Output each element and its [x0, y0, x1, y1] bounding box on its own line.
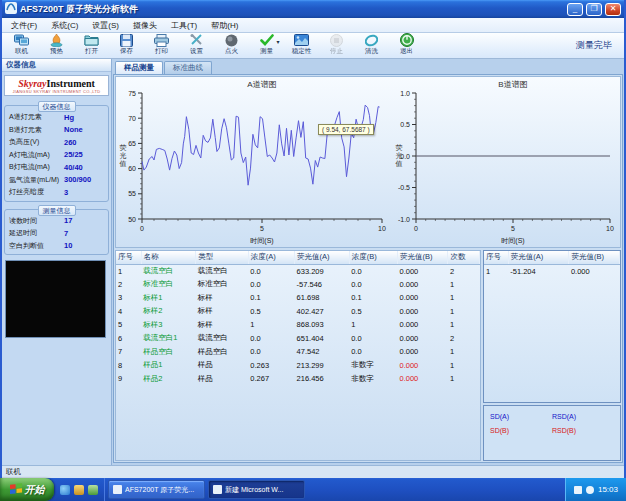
start-label: 开始 [25, 483, 45, 497]
show-desktop-icon[interactable] [74, 485, 84, 495]
table-cell: 样品 [196, 372, 249, 386]
table-row[interactable]: 6载流空白1载流空白0.0651.4040.00.0002 [116, 332, 480, 346]
table-cell: 0.267 [248, 372, 294, 386]
column-header[interactable]: 荧光值(A) [508, 251, 569, 264]
preheat-button[interactable]: 预热 [39, 33, 74, 58]
table-cell: 216.456 [295, 372, 350, 386]
connect-label: 联机 [15, 47, 28, 56]
taskbar-task-1[interactable]: 新建 Microsoft W... [208, 480, 305, 499]
table-cell: 样品 [196, 359, 249, 373]
info-label: B灯电流(mA) [7, 162, 64, 172]
taskbar: 开始 AFS7200T 原子荧光...新建 Microsoft W... 15:… [0, 478, 626, 501]
menu-bar: 文件(F)系统(C)设置(S)摄像头工具(T)帮助(H) [2, 18, 624, 33]
tray-volume-icon[interactable] [586, 486, 594, 494]
table-cell: 标样3 [141, 318, 196, 332]
channel-b-chart[interactable]: B道谱图-1.0-0.50.00.51.00510时间(S)荧光值 [392, 77, 620, 245]
table-cell: 0.000 [398, 305, 448, 319]
app-icon [5, 0, 17, 18]
tab-sample-measure[interactable]: 样品测量 [115, 61, 163, 74]
connect-button[interactable]: 联机 [4, 33, 39, 58]
exit-button[interactable]: 退出 [389, 33, 424, 58]
stat-rsda: RSD(A) [552, 413, 614, 420]
tray-network-icon[interactable] [574, 486, 582, 494]
menu-item-tools[interactable]: 工具(T) [164, 20, 204, 31]
table-row[interactable]: 8样品1样品0.263213.299非数字0.0001 [116, 359, 480, 373]
table-row[interactable]: 5标样3标样1868.09310.0001 [116, 318, 480, 332]
info-row: 氩气流量(mL/M)300/900 [7, 174, 106, 187]
table-cell: 0.0 [349, 278, 397, 292]
table-row[interactable]: 3标样1标样0.161.6980.10.0001 [116, 291, 480, 305]
exit-icon [400, 33, 414, 47]
media-player-icon[interactable] [88, 485, 98, 495]
svg-text:荧: 荧 [120, 144, 127, 152]
tab-standard-curve[interactable]: 标准曲线 [164, 61, 212, 74]
info-row: A道灯元素Hg [7, 111, 106, 124]
restore-button[interactable]: ❐ [586, 3, 602, 16]
column-header[interactable]: 名称 [141, 251, 196, 264]
stat-sda: SD(A) [490, 413, 552, 420]
column-header[interactable]: 荧光值(A) [295, 251, 350, 264]
table-row[interactable]: 9样品2样品0.267216.456非数字0.0001 [116, 372, 480, 386]
menu-item-file[interactable]: 文件(F) [4, 20, 44, 31]
print-button[interactable]: 打印 [144, 33, 179, 58]
column-header[interactable]: 序号 [484, 251, 508, 264]
task-label: 新建 Microsoft W... [225, 485, 283, 495]
table-row[interactable]: 1-51.2040.000 [484, 264, 620, 278]
table-row[interactable]: 1载流空白载流空白0.0633.2090.00.0002 [116, 264, 480, 278]
save-button[interactable]: 保存 [109, 33, 144, 58]
column-header[interactable]: 类型 [196, 251, 249, 264]
column-header[interactable]: 荧光值(B) [569, 251, 620, 264]
stability-button[interactable]: 稳定性 [284, 33, 319, 58]
exit-label: 退出 [400, 47, 413, 56]
column-header[interactable]: 荧光值(B) [398, 251, 448, 264]
info-label: 延迟时间 [7, 228, 64, 238]
open-button[interactable]: 打开 [74, 33, 109, 58]
column-header[interactable]: 浓度(B) [349, 251, 397, 264]
taskbar-task-0[interactable]: AFS7200T 原子荧光... [108, 480, 205, 499]
info-groups: 仪器信息A道灯元素HgB道灯元素None负高压(V)260A灯电流(mA)25/… [2, 98, 111, 255]
column-header[interactable]: 序号 [116, 251, 141, 264]
ignite-icon [225, 33, 238, 47]
results-table[interactable]: 序号名称类型浓度(A)荧光值(A)浓度(B)荧光值(B)次数 1载流空白载流空白… [116, 251, 480, 386]
table-row[interactable]: 4标样2标样0.5402.4270.50.0001 [116, 305, 480, 319]
measure-dropdown-icon[interactable]: ▾ [276, 38, 279, 45]
measure-button[interactable]: ▾测量 [249, 33, 284, 58]
menu-item-help[interactable]: 帮助(H) [204, 20, 245, 31]
minimize-button[interactable]: _ [567, 3, 583, 16]
logo-brand-red: Skyray [18, 78, 46, 89]
start-button[interactable]: 开始 [0, 478, 54, 501]
info-value: 3 [64, 188, 106, 197]
svg-text:55: 55 [128, 190, 136, 197]
setup-icon [190, 33, 203, 47]
info-row: B道灯元素None [7, 124, 106, 137]
status-bar: 联机 [2, 465, 624, 478]
ignite-button[interactable]: 点火 [214, 33, 249, 58]
info-value: 260 [64, 138, 106, 147]
readings-table[interactable]: 序号荧光值(A)荧光值(B) 1-51.2040.000 [484, 251, 620, 278]
table-row[interactable]: 2标准空白标准空白0.0-57.5460.00.0001 [116, 278, 480, 292]
task-label: AFS7200T 原子荧光... [125, 485, 194, 495]
camera-view [5, 260, 106, 338]
title-bar[interactable]: AFS7200T 原子荧光分析软件 _ ❐ ✕ [2, 0, 624, 18]
info-value: 25/25 [64, 150, 106, 159]
table-cell: 1 [448, 318, 480, 332]
table-row[interactable]: 7样品空白样品空白0.047.5420.00.0001 [116, 345, 480, 359]
close-button[interactable]: ✕ [605, 3, 621, 16]
task-buttons: AFS7200T 原子荧光...新建 Microsoft W... [105, 480, 305, 499]
menu-item-system[interactable]: 系统(C) [44, 20, 85, 31]
menu-item-camera[interactable]: 摄像头 [126, 20, 164, 31]
ie-icon[interactable] [60, 485, 70, 495]
clean-button[interactable]: 清洗 [354, 33, 389, 58]
setup-button[interactable]: 设置 [179, 33, 214, 58]
table-cell: 标样2 [141, 305, 196, 319]
table-cell: 9 [116, 372, 141, 386]
menu-item-settings[interactable]: 设置(S) [85, 20, 126, 31]
window-title: AFS7200T 原子荧光分析软件 [20, 3, 564, 16]
table-cell: 0.1 [248, 291, 294, 305]
column-header[interactable]: 次数 [448, 251, 480, 264]
column-header[interactable]: 浓度(A) [248, 251, 294, 264]
channel-a-chart[interactable]: A道谱图5055606570750510时间(S)荧光值 [116, 77, 392, 245]
print-icon [154, 33, 169, 47]
table-cell: 633.209 [295, 264, 350, 278]
main-area: 仪器信息 SkyrayInstrument JIANGSU SKYRAY INS… [2, 59, 624, 465]
